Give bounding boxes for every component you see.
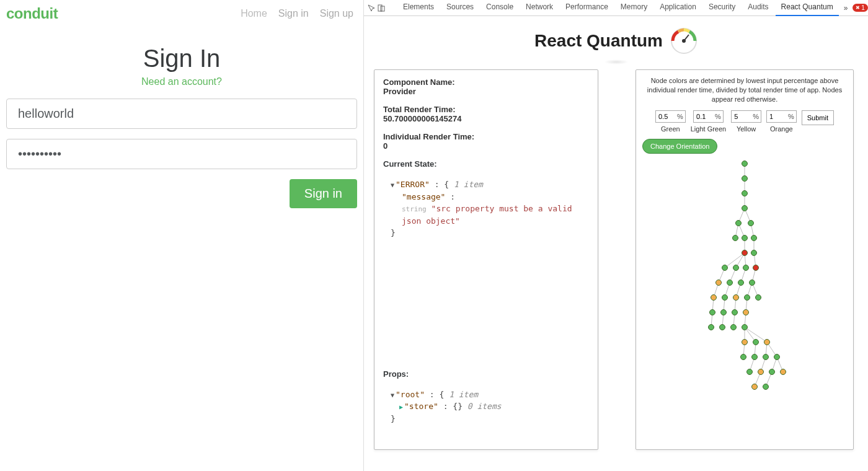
page-title: Sign In [6, 45, 357, 73]
tree-node[interactable] [741, 354, 746, 360]
props-json[interactable]: ▼"root" : { 1 item ▶"store" : {} 0 items… [383, 386, 589, 425]
tree-node[interactable] [742, 250, 748, 256]
nav-signup[interactable]: Sign up [320, 8, 353, 19]
total-render-value: 50.700000006145274 [383, 114, 589, 123]
tree-node[interactable] [716, 280, 722, 286]
tree-node[interactable] [750, 280, 755, 286]
tabs-overflow[interactable]: » [841, 4, 851, 12]
tree-node[interactable] [733, 295, 739, 301]
gauge-shadow [604, 59, 629, 64]
tree-node[interactable] [743, 265, 749, 271]
tree-node[interactable] [753, 340, 759, 345]
threshold-yellow-input[interactable] [732, 111, 753, 122]
devtools-tab-console[interactable]: Console [480, 0, 519, 16]
tree-node[interactable] [731, 325, 737, 330]
devtools-tab-sources[interactable]: Sources [441, 0, 479, 16]
tree-node[interactable] [745, 295, 750, 301]
tree-node[interactable] [721, 310, 727, 315]
component-tree[interactable] [642, 157, 847, 399]
tree-node[interactable] [722, 265, 728, 271]
tree-node[interactable] [742, 340, 748, 345]
tree-node[interactable] [722, 295, 728, 301]
tree-node[interactable] [751, 236, 757, 241]
devtools-tab-audits[interactable]: Audits [742, 0, 774, 16]
caret-right-icon[interactable]: ▶ [399, 403, 403, 410]
device-toggle-icon[interactable] [378, 4, 385, 12]
tree-node[interactable] [743, 310, 749, 315]
need-account-link[interactable]: Need an account? [141, 76, 222, 87]
tree-node[interactable] [742, 325, 748, 330]
devtools-right: 1 ⋮ ✕ [852, 4, 868, 12]
signin-button[interactable]: Sign in [290, 179, 357, 208]
app-header: conduit Home Sign in Sign up [0, 0, 363, 27]
caret-down-icon[interactable]: ▼ [391, 392, 394, 398]
devtools-tab-security[interactable]: Security [703, 0, 741, 16]
tree-node[interactable] [709, 325, 714, 330]
tree-node[interactable] [720, 325, 725, 330]
nav-signin[interactable]: Sign in [278, 8, 309, 19]
tree-node[interactable] [733, 265, 739, 271]
devtools-tab-performance[interactable]: Performance [560, 0, 614, 16]
threshold-green: % Green [655, 110, 686, 133]
gauge-icon [670, 27, 698, 55]
devtools-tab-network[interactable]: Network [520, 0, 559, 16]
tree-node[interactable] [727, 280, 733, 286]
tree-node[interactable] [781, 369, 786, 375]
caret-down-icon[interactable]: ▼ [391, 182, 394, 188]
tree-node[interactable] [742, 206, 748, 211]
error-badge[interactable]: 1 [852, 4, 868, 12]
change-orientation-button[interactable]: Change Orientation [642, 139, 717, 154]
devtools-pane: ElementsSourcesConsoleNetworkPerformance… [364, 0, 868, 471]
component-name-label: Component Name: [383, 77, 589, 87]
threshold-row: % Green % Light Green % Yellow % Orange [642, 110, 847, 133]
threshold-orange-input[interactable] [767, 111, 788, 122]
tree-node[interactable] [758, 369, 764, 375]
devtools-tab-elements[interactable]: Elements [397, 0, 440, 16]
tree-node[interactable] [747, 369, 753, 375]
svg-line-4 [684, 35, 689, 41]
tree-node[interactable] [742, 176, 748, 182]
tree-node[interactable] [742, 161, 748, 167]
conduit-app: conduit Home Sign in Sign up Sign In Nee… [0, 0, 364, 471]
devtools-tab-memory[interactable]: Memory [615, 0, 653, 16]
brand-logo[interactable]: conduit [6, 5, 58, 22]
tree-node[interactable] [774, 354, 780, 360]
tree-node[interactable] [763, 354, 769, 360]
tree-node[interactable] [769, 369, 775, 375]
tree-node[interactable] [738, 280, 744, 286]
tree-node[interactable] [753, 265, 759, 271]
tree-node[interactable] [742, 236, 748, 241]
tree-node[interactable] [764, 340, 770, 345]
tree-node[interactable] [752, 354, 758, 360]
tree-node[interactable] [752, 384, 758, 390]
tree-node[interactable] [710, 310, 715, 315]
component-name-value: Provider [383, 87, 589, 96]
tree-node[interactable] [711, 295, 717, 301]
threshold-green-input[interactable] [656, 111, 677, 122]
tree-node[interactable] [756, 295, 761, 301]
props-label: Props: [383, 369, 589, 379]
email-field[interactable] [6, 99, 357, 129]
rq-header: React Quantum [364, 16, 868, 59]
tree-node[interactable] [733, 236, 738, 241]
nav-home[interactable]: Home [241, 8, 267, 19]
state-json[interactable]: ▼"ERROR" : { 1 item "message" : string "… [383, 176, 589, 239]
tree-node[interactable] [732, 310, 738, 315]
tree-node[interactable] [742, 191, 748, 196]
devtools-toolbar: ElementsSourcesConsoleNetworkPerformance… [364, 0, 868, 16]
threshold-orange: % Orange [766, 110, 797, 133]
total-render-label: Total Render Time: [383, 105, 589, 114]
tree-node[interactable] [748, 221, 754, 226]
react-quantum-panel: React Quantum Component Name: Pr [364, 16, 868, 471]
current-state-label: Current State: [383, 159, 589, 169]
tree-node[interactable] [763, 384, 769, 390]
tree-node[interactable] [736, 221, 742, 226]
tree-node[interactable] [751, 250, 757, 256]
threshold-light-green-input[interactable] [694, 111, 715, 122]
threshold-submit-button[interactable]: Submit [802, 110, 834, 125]
devtools-tab-react-quantum[interactable]: React Quantum [776, 0, 839, 16]
password-field[interactable] [6, 139, 357, 169]
inspect-icon[interactable] [368, 4, 375, 12]
devtools-tab-application[interactable]: Application [654, 0, 702, 16]
signin-form: Sign in [6, 99, 357, 179]
